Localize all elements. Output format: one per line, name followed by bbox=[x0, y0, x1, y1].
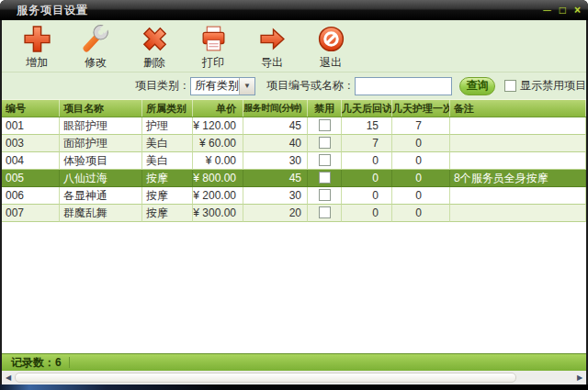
show-disabled-label: 显示禁用项目 bbox=[520, 78, 586, 94]
app-window: 服务项目设置 ─ □ × 增加 bbox=[0, 0, 588, 390]
table-row-001[interactable]: 001眼部护理护理¥ 120.0045157 bbox=[2, 117, 586, 135]
title-bar[interactable]: 服务项目设置 ─ □ × bbox=[0, 0, 588, 20]
maximize-button[interactable]: □ bbox=[560, 4, 566, 17]
disabled-checkbox[interactable] bbox=[319, 172, 331, 184]
cell: 007 bbox=[2, 205, 60, 222]
table-body: 001眼部护理护理¥ 120.0045157003面部护理美白¥ 60.0040… bbox=[2, 117, 586, 353]
toolbar-button-label: 退出 bbox=[320, 55, 342, 71]
status-separator bbox=[69, 357, 70, 368]
category-select[interactable]: 所有类别 ▼ bbox=[190, 77, 255, 95]
cell: 体验项目 bbox=[60, 152, 142, 170]
delete-button[interactable]: 删除 bbox=[129, 23, 180, 71]
disabled-checkbox[interactable] bbox=[319, 189, 331, 201]
disabled-checkbox-cell bbox=[308, 152, 342, 170]
toolbar-button-label: 修改 bbox=[85, 55, 107, 71]
cell: 0 bbox=[392, 187, 450, 205]
close-button[interactable]: × bbox=[574, 4, 581, 17]
delete-x-icon bbox=[140, 24, 170, 54]
export-button[interactable]: 导出 bbox=[246, 23, 298, 71]
column-header-2[interactable]: 所属类别 bbox=[142, 100, 193, 117]
cell: 群魔乱舞 bbox=[60, 205, 142, 222]
status-bar: 记录数：6 bbox=[2, 353, 586, 371]
cell: 006 bbox=[2, 187, 60, 205]
cell: 0 bbox=[392, 152, 450, 170]
category-selected-value: 所有类别 bbox=[191, 78, 239, 94]
table-header: 编号项目名称所属类别单价服务时间(分钟)禁用几天后回访几天护理一次备注 bbox=[2, 99, 586, 117]
table-row-006[interactable]: 006各显神通按摩¥ 200.003000 bbox=[2, 187, 586, 205]
window-title: 服务项目设置 bbox=[17, 3, 88, 18]
cell: 眼部护理 bbox=[60, 117, 142, 135]
window-controls: ─ □ × bbox=[543, 4, 581, 17]
disabled-checkbox[interactable] bbox=[319, 154, 331, 166]
disabled-checkbox-cell bbox=[308, 117, 342, 135]
disabled-checkbox[interactable] bbox=[319, 119, 331, 131]
cell bbox=[450, 187, 586, 205]
cell: 45 bbox=[243, 170, 308, 187]
toolbar: 增加 修改 bbox=[2, 20, 586, 72]
cell bbox=[450, 152, 586, 170]
column-header-0[interactable]: 编号 bbox=[2, 100, 60, 117]
scroll-right-arrow-icon[interactable]: ▶ bbox=[573, 371, 586, 384]
cell: 8个服务员全身按摩 bbox=[450, 170, 586, 187]
search-button[interactable]: 查询 bbox=[459, 77, 495, 95]
cell: 30 bbox=[243, 152, 308, 170]
cell: 0 bbox=[342, 152, 392, 170]
cell: ¥ 800.00 bbox=[193, 170, 243, 187]
column-header-7[interactable]: 几天护理一次 bbox=[392, 100, 450, 117]
cell: ¥ 0.00 bbox=[193, 152, 243, 170]
minimize-button[interactable]: ─ bbox=[543, 4, 551, 17]
cell: 按摩 bbox=[142, 170, 193, 187]
cell bbox=[450, 205, 586, 222]
table-row-003[interactable]: 003面部护理美白¥ 60.004070 bbox=[2, 135, 586, 152]
cell: ¥ 300.00 bbox=[193, 205, 243, 222]
cell: 40 bbox=[243, 135, 308, 152]
add-button[interactable]: 增加 bbox=[11, 23, 62, 71]
column-header-3[interactable]: 单价 bbox=[193, 100, 243, 117]
print-button[interactable]: 打印 bbox=[187, 23, 239, 71]
scroll-left-arrow-icon[interactable]: ◀ bbox=[2, 371, 15, 384]
cell: 15 bbox=[342, 117, 392, 135]
wrench-icon bbox=[81, 24, 111, 54]
disabled-checkbox-cell bbox=[308, 187, 342, 205]
horizontal-scrollbar[interactable]: ◀ ▶ bbox=[2, 371, 586, 384]
cell: 20 bbox=[243, 205, 308, 222]
window-bottom-frame bbox=[0, 384, 588, 390]
disabled-checkbox[interactable] bbox=[319, 137, 331, 149]
toolbar-button-label: 增加 bbox=[26, 55, 48, 71]
window-content: 增加 修改 bbox=[2, 20, 586, 384]
exit-button[interactable]: 退出 bbox=[305, 23, 356, 71]
table-row-005[interactable]: 005八仙过海按摩¥ 800.0045008个服务员全身按摩 bbox=[2, 170, 586, 187]
keyword-label: 项目编号或名称： bbox=[266, 78, 355, 94]
filter-bar: 项目类别： 所有类别 ▼ 项目编号或名称： 查询 显示禁用项目 bbox=[2, 72, 586, 99]
cell: 0 bbox=[342, 187, 392, 205]
keyword-input[interactable] bbox=[355, 77, 452, 95]
cell: 004 bbox=[2, 152, 60, 170]
cell: 0 bbox=[342, 205, 392, 222]
toolbar-button-label: 删除 bbox=[143, 55, 165, 71]
export-arrow-icon bbox=[257, 24, 288, 54]
table-row-007[interactable]: 007群魔乱舞按摩¥ 300.002000 bbox=[2, 205, 586, 222]
chevron-down-icon[interactable]: ▼ bbox=[239, 78, 254, 95]
cell bbox=[450, 117, 586, 135]
column-header-6[interactable]: 几天后回访 bbox=[342, 100, 392, 117]
column-header-8[interactable]: 备注 bbox=[450, 100, 586, 117]
cell: 八仙过海 bbox=[60, 170, 142, 187]
show-disabled-checkbox[interactable] bbox=[504, 80, 516, 92]
column-header-4[interactable]: 服务时间(分钟) bbox=[243, 100, 308, 117]
exit-icon bbox=[316, 24, 346, 54]
cell: 0 bbox=[392, 135, 450, 152]
cell: 7 bbox=[342, 135, 392, 152]
column-header-1[interactable]: 项目名称 bbox=[60, 100, 142, 117]
cell: 0 bbox=[392, 170, 450, 187]
modify-button[interactable]: 修改 bbox=[70, 23, 121, 71]
table-row-004[interactable]: 004体验项目美白¥ 0.003000 bbox=[2, 152, 586, 170]
column-header-5[interactable]: 禁用 bbox=[308, 100, 342, 117]
cell: ¥ 60.00 bbox=[193, 135, 243, 152]
cell: 按摩 bbox=[142, 205, 193, 222]
disabled-checkbox[interactable] bbox=[319, 206, 331, 218]
cell: ¥ 200.00 bbox=[193, 187, 243, 205]
cell: 各显神通 bbox=[60, 187, 142, 205]
cell: 护理 bbox=[142, 117, 193, 135]
scrollbar-thumb[interactable] bbox=[15, 373, 516, 383]
plus-icon bbox=[22, 24, 52, 54]
